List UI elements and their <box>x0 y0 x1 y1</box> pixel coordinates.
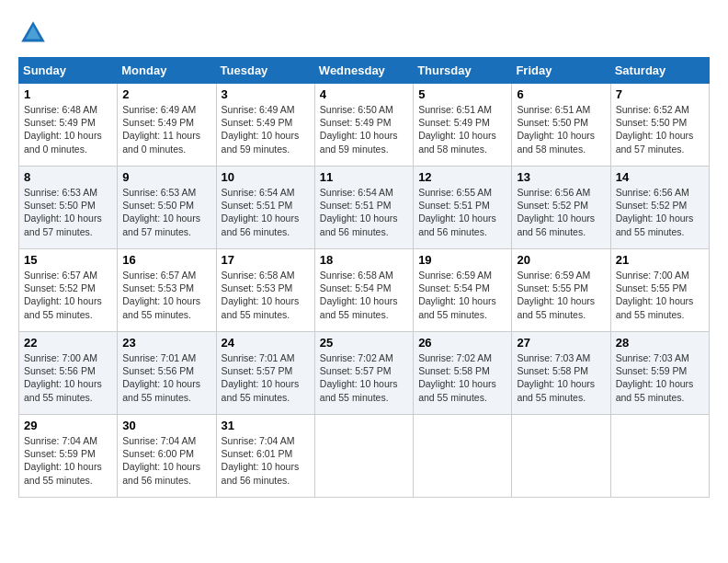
cell-content: Sunrise: 7:03 AM Sunset: 5:59 PM Dayligh… <box>616 352 694 403</box>
day-number: 22 <box>24 336 112 350</box>
day-number: 26 <box>418 336 506 350</box>
day-number: 16 <box>122 253 210 267</box>
calendar-cell: 13 Sunrise: 6:56 AM Sunset: 5:52 PM Dayl… <box>512 167 610 249</box>
calendar-cell <box>314 415 413 498</box>
cell-content: Sunrise: 6:58 AM Sunset: 5:53 PM Dayligh… <box>222 270 300 320</box>
calendar-cell: 17 Sunrise: 6:58 AM Sunset: 5:53 PM Dayl… <box>216 249 314 332</box>
cell-content: Sunrise: 7:00 AM Sunset: 5:56 PM Dayligh… <box>24 352 102 403</box>
calendar-cell: 7 Sunrise: 6:52 AM Sunset: 5:50 PM Dayli… <box>610 84 709 167</box>
day-number: 19 <box>418 253 506 267</box>
day-number: 20 <box>517 253 605 267</box>
cell-content: Sunrise: 6:49 AM Sunset: 5:49 PM Dayligh… <box>122 104 200 155</box>
calendar-cell <box>414 415 512 498</box>
cell-content: Sunrise: 6:54 AM Sunset: 5:51 PM Dayligh… <box>222 187 300 237</box>
header <box>18 18 710 48</box>
cell-content: Sunrise: 7:01 AM Sunset: 5:56 PM Dayligh… <box>122 352 200 403</box>
calendar-cell: 31 Sunrise: 7:04 AM Sunset: 6:01 PM Dayl… <box>216 415 314 498</box>
weekday-header-tuesday: Tuesday <box>216 58 314 84</box>
day-number: 5 <box>418 87 506 101</box>
cell-content: Sunrise: 6:57 AM Sunset: 5:52 PM Dayligh… <box>24 270 102 320</box>
cell-content: Sunrise: 6:53 AM Sunset: 5:50 PM Dayligh… <box>122 187 200 237</box>
day-number: 8 <box>24 170 112 184</box>
cell-content: Sunrise: 6:56 AM Sunset: 5:52 PM Dayligh… <box>517 187 595 237</box>
calendar-cell: 8 Sunrise: 6:53 AM Sunset: 5:50 PM Dayli… <box>19 167 118 249</box>
day-number: 28 <box>616 336 704 350</box>
cell-content: Sunrise: 6:51 AM Sunset: 5:50 PM Dayligh… <box>517 104 595 155</box>
cell-content: Sunrise: 7:01 AM Sunset: 5:57 PM Dayligh… <box>222 352 300 403</box>
weekday-header-wednesday: Wednesday <box>314 58 413 84</box>
calendar-cell: 19 Sunrise: 6:59 AM Sunset: 5:54 PM Dayl… <box>414 249 512 332</box>
cell-content: Sunrise: 6:58 AM Sunset: 5:54 PM Dayligh… <box>320 270 398 320</box>
day-number: 13 <box>517 170 605 184</box>
cell-content: Sunrise: 6:59 AM Sunset: 5:54 PM Dayligh… <box>418 270 496 320</box>
weekday-header-friday: Friday <box>512 58 610 84</box>
calendar-cell: 10 Sunrise: 6:54 AM Sunset: 5:51 PM Dayl… <box>216 167 314 249</box>
day-number: 21 <box>616 253 704 267</box>
calendar-cell: 26 Sunrise: 7:02 AM Sunset: 5:58 PM Dayl… <box>414 332 512 415</box>
calendar: SundayMondayTuesdayWednesdayThursdayFrid… <box>18 57 710 498</box>
calendar-cell: 2 Sunrise: 6:49 AM Sunset: 5:49 PM Dayli… <box>118 84 216 167</box>
calendar-cell: 6 Sunrise: 6:51 AM Sunset: 5:50 PM Dayli… <box>512 84 610 167</box>
cell-content: Sunrise: 6:56 AM Sunset: 5:52 PM Dayligh… <box>616 187 694 237</box>
calendar-cell: 24 Sunrise: 7:01 AM Sunset: 5:57 PM Dayl… <box>216 332 314 415</box>
day-number: 23 <box>122 336 210 350</box>
day-number: 3 <box>222 87 310 101</box>
calendar-cell: 3 Sunrise: 6:49 AM Sunset: 5:49 PM Dayli… <box>216 84 314 167</box>
day-number: 6 <box>517 87 605 101</box>
calendar-cell: 27 Sunrise: 7:03 AM Sunset: 5:58 PM Dayl… <box>512 332 610 415</box>
calendar-cell: 5 Sunrise: 6:51 AM Sunset: 5:49 PM Dayli… <box>414 84 512 167</box>
day-number: 30 <box>122 419 210 432</box>
logo-icon <box>18 18 48 48</box>
day-number: 31 <box>222 419 310 432</box>
calendar-cell: 14 Sunrise: 6:56 AM Sunset: 5:52 PM Dayl… <box>610 167 709 249</box>
day-number: 9 <box>122 170 210 184</box>
calendar-cell <box>512 415 610 498</box>
calendar-cell: 1 Sunrise: 6:48 AM Sunset: 5:49 PM Dayli… <box>19 84 118 167</box>
calendar-cell: 11 Sunrise: 6:54 AM Sunset: 5:51 PM Dayl… <box>314 167 413 249</box>
day-number: 29 <box>24 419 112 432</box>
weekday-header-sunday: Sunday <box>19 58 118 84</box>
day-number: 7 <box>616 87 704 101</box>
day-number: 15 <box>24 253 112 267</box>
cell-content: Sunrise: 6:52 AM Sunset: 5:50 PM Dayligh… <box>616 104 694 155</box>
day-number: 18 <box>320 253 408 267</box>
cell-content: Sunrise: 6:57 AM Sunset: 5:53 PM Dayligh… <box>122 270 200 320</box>
calendar-cell: 15 Sunrise: 6:57 AM Sunset: 5:52 PM Dayl… <box>19 249 118 332</box>
day-number: 12 <box>418 170 506 184</box>
cell-content: Sunrise: 7:04 AM Sunset: 6:00 PM Dayligh… <box>122 435 200 486</box>
cell-content: Sunrise: 7:04 AM Sunset: 5:59 PM Dayligh… <box>24 435 102 486</box>
cell-content: Sunrise: 6:49 AM Sunset: 5:49 PM Dayligh… <box>222 104 300 155</box>
day-number: 17 <box>222 253 310 267</box>
calendar-cell: 25 Sunrise: 7:02 AM Sunset: 5:57 PM Dayl… <box>314 332 413 415</box>
weekday-header-saturday: Saturday <box>610 58 709 84</box>
logo <box>18 18 51 48</box>
day-number: 25 <box>320 336 408 350</box>
calendar-cell: 9 Sunrise: 6:53 AM Sunset: 5:50 PM Dayli… <box>118 167 216 249</box>
cell-content: Sunrise: 7:04 AM Sunset: 6:01 PM Dayligh… <box>222 435 300 486</box>
day-number: 11 <box>320 170 408 184</box>
day-number: 27 <box>517 336 605 350</box>
weekday-header-monday: Monday <box>118 58 216 84</box>
cell-content: Sunrise: 7:02 AM Sunset: 5:57 PM Dayligh… <box>320 352 398 403</box>
calendar-cell <box>610 415 709 498</box>
cell-content: Sunrise: 6:53 AM Sunset: 5:50 PM Dayligh… <box>24 187 102 237</box>
weekday-header-thursday: Thursday <box>414 58 512 84</box>
cell-content: Sunrise: 7:03 AM Sunset: 5:58 PM Dayligh… <box>517 352 595 403</box>
cell-content: Sunrise: 7:00 AM Sunset: 5:55 PM Dayligh… <box>616 270 694 320</box>
day-number: 14 <box>616 170 704 184</box>
calendar-cell: 12 Sunrise: 6:55 AM Sunset: 5:51 PM Dayl… <box>414 167 512 249</box>
cell-content: Sunrise: 6:59 AM Sunset: 5:55 PM Dayligh… <box>517 270 595 320</box>
calendar-cell: 18 Sunrise: 6:58 AM Sunset: 5:54 PM Dayl… <box>314 249 413 332</box>
cell-content: Sunrise: 6:50 AM Sunset: 5:49 PM Dayligh… <box>320 104 398 155</box>
calendar-cell: 29 Sunrise: 7:04 AM Sunset: 5:59 PM Dayl… <box>19 415 118 498</box>
calendar-cell: 23 Sunrise: 7:01 AM Sunset: 5:56 PM Dayl… <box>118 332 216 415</box>
calendar-cell: 20 Sunrise: 6:59 AM Sunset: 5:55 PM Dayl… <box>512 249 610 332</box>
cell-content: Sunrise: 6:54 AM Sunset: 5:51 PM Dayligh… <box>320 187 398 237</box>
calendar-cell: 16 Sunrise: 6:57 AM Sunset: 5:53 PM Dayl… <box>118 249 216 332</box>
day-number: 4 <box>320 87 408 101</box>
calendar-cell: 21 Sunrise: 7:00 AM Sunset: 5:55 PM Dayl… <box>610 249 709 332</box>
day-number: 2 <box>122 87 210 101</box>
calendar-cell: 28 Sunrise: 7:03 AM Sunset: 5:59 PM Dayl… <box>610 332 709 415</box>
cell-content: Sunrise: 6:55 AM Sunset: 5:51 PM Dayligh… <box>418 187 496 237</box>
day-number: 10 <box>222 170 310 184</box>
